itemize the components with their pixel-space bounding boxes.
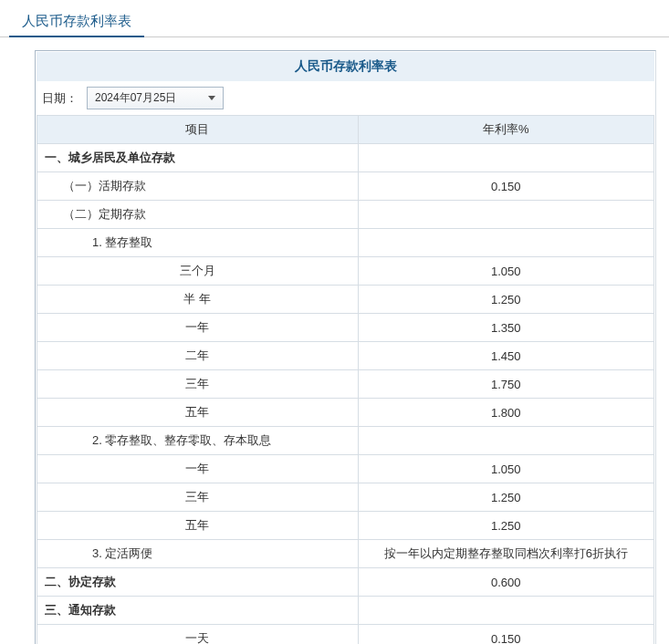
table-row: 一、城乡居民及单位存款	[37, 144, 654, 172]
table-row: 二年1.450	[37, 342, 654, 370]
table-row: 一年1.050	[37, 455, 654, 483]
cell-item: 五年	[37, 399, 359, 427]
table-row: 三年1.250	[37, 483, 654, 512]
cell-rate	[358, 201, 653, 229]
cell-rate: 0.150	[358, 625, 653, 645]
cell-rate: 1.250	[358, 512, 653, 540]
cell-item: （一）活期存款	[37, 172, 359, 201]
table-row: 2. 零存整取、整存零取、存本取息	[37, 427, 654, 455]
cell-rate: 1.250	[358, 483, 653, 512]
cell-rate: 0.150	[358, 172, 653, 201]
date-select[interactable]: 2024年07月25日	[87, 87, 224, 109]
cell-item: 1. 整存整取	[37, 229, 359, 257]
cell-item: 一、城乡居民及单位存款	[37, 144, 359, 172]
cell-item: 二、协定存款	[37, 568, 359, 597]
cell-rate	[358, 597, 653, 625]
table-row: 三、通知存款	[37, 597, 654, 625]
table-body: 一、城乡居民及单位存款（一）活期存款0.150（二）定期存款1. 整存整取三个月…	[37, 144, 654, 645]
table-row: 三个月1.050	[37, 257, 654, 286]
cell-item: 三、通知存款	[37, 597, 359, 625]
cell-rate: 1.750	[358, 370, 653, 399]
date-label: 日期：	[42, 90, 78, 107]
cell-item: 三年	[37, 483, 359, 512]
cell-item: 五年	[37, 512, 359, 540]
table-row: 五年1.800	[37, 399, 654, 427]
cell-item: 2. 零存整取、整存零取、存本取息	[37, 427, 359, 455]
cell-item: 一天	[37, 625, 359, 645]
page-header: 人民币存款利率表	[0, 0, 669, 37]
panel-title: 人民币存款利率表	[37, 52, 654, 81]
table-row: 五年1.250	[37, 512, 654, 540]
rate-table: 项目 年利率% 一、城乡居民及单位存款（一）活期存款0.150（二）定期存款1.…	[37, 115, 654, 644]
cell-rate: 1.050	[358, 257, 653, 286]
rate-panel: 人民币存款利率表 日期： 2024年07月25日 项目 年利率% 一、城乡居民及…	[35, 50, 656, 644]
cell-rate: 按一年以内定期整存整取同档次利率打6折执行	[358, 540, 653, 568]
cell-item: 3. 定活两便	[37, 540, 359, 568]
cell-item: 三年	[37, 370, 359, 399]
cell-rate	[358, 229, 653, 257]
cell-rate: 1.800	[358, 399, 653, 427]
col-header-item: 项目	[37, 116, 359, 144]
page-container: 人民币存款利率表 人民币存款利率表 日期： 2024年07月25日 项目 年利率…	[0, 0, 669, 644]
cell-rate: 1.450	[358, 342, 653, 370]
cell-item: 三个月	[37, 257, 359, 286]
cell-item: 一年	[37, 314, 359, 342]
cell-item: 二年	[37, 342, 359, 370]
table-row: 半 年1.250	[37, 286, 654, 314]
table-header-row: 项目 年利率%	[37, 116, 654, 144]
col-header-rate: 年利率%	[358, 116, 653, 144]
table-row: 三年1.750	[37, 370, 654, 399]
cell-item: 半 年	[37, 286, 359, 314]
date-row: 日期： 2024年07月25日	[37, 81, 654, 115]
chevron-down-icon	[208, 96, 215, 100]
cell-rate: 1.250	[358, 286, 653, 314]
cell-rate: 1.350	[358, 314, 653, 342]
table-row: 1. 整存整取	[37, 229, 654, 257]
cell-rate: 1.050	[358, 455, 653, 483]
cell-item: 一年	[37, 455, 359, 483]
date-value: 2024年07月25日	[95, 90, 176, 106]
table-row: 3. 定活两便按一年以内定期整存整取同档次利率打6折执行	[37, 540, 654, 568]
table-row: 一天0.150	[37, 625, 654, 645]
table-row: （二）定期存款	[37, 201, 654, 229]
table-row: 二、协定存款0.600	[37, 568, 654, 597]
table-row: 一年1.350	[37, 314, 654, 342]
cell-item: （二）定期存款	[37, 201, 359, 229]
table-row: （一）活期存款0.150	[37, 172, 654, 201]
page-title: 人民币存款利率表	[9, 7, 144, 37]
cell-rate: 0.600	[358, 568, 653, 597]
cell-rate	[358, 427, 653, 455]
cell-rate	[358, 144, 653, 172]
